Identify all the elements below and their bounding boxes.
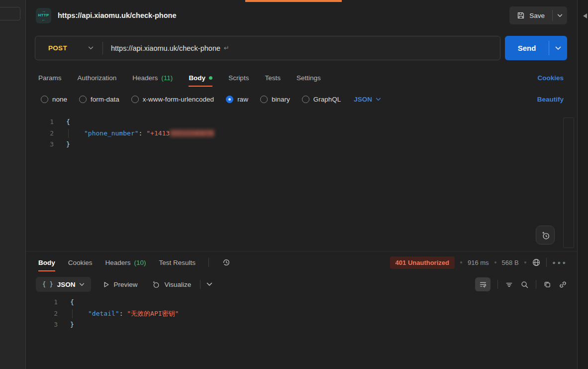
response-body-viewer[interactable]: 1 { 2 "detail": "无效的API密钥" 3 } [26,297,564,331]
toolbar-collapse-button[interactable] [206,282,212,286]
send-button[interactable]: Send [505,36,549,60]
link-button[interactable] [559,280,567,289]
wrap-text-button[interactable] [475,277,490,291]
send-options-button[interactable] [549,36,567,60]
code-line: 2 "detail": "无效的API密钥" [26,308,564,320]
method-selector[interactable]: POST [48,44,67,52]
chevron-down-icon [557,14,563,17]
separator-dot [460,261,462,263]
url-input[interactable]: https://api.xiaomu.uk/check-phone [111,44,220,52]
response-toolbar: { } JSON Preview Visualize [36,276,567,292]
chevron-down-icon [555,46,561,50]
response-tab-cookies[interactable]: Cookies [68,253,93,271]
wrap-text-icon [479,280,487,288]
radio-raw[interactable]: raw [226,96,248,103]
tab-label: Headers [132,74,158,82]
response-tab-test-results[interactable]: Test Results [159,253,196,271]
history-icon [222,258,231,267]
divider [102,42,103,55]
response-time: 916 ms [468,259,489,266]
save-label: Save [529,12,545,19]
sidebar-collapsed-item[interactable] [0,7,20,20]
colon: : [139,129,147,137]
request-body-editor[interactable]: 1 { 2 "phone_number": "+141355512345678 … [26,117,564,150]
tab-scripts[interactable]: Scripts [228,69,249,87]
format-label: JSON [57,281,76,288]
collapse-panel-icon[interactable] [583,13,587,18]
separator-dot [494,261,496,263]
network-info-button[interactable] [532,258,541,267]
open-brace: { [70,298,74,306]
headers-count-badge: (10) [134,259,146,266]
postbot-button[interactable] [536,226,555,245]
divider [200,280,200,289]
tab-label: Scripts [228,74,249,82]
divider [26,251,577,251]
tab-label: Params [38,74,62,82]
tab-label: Settings [296,74,321,82]
code-line: 3 } [26,139,564,150]
radio-icon [131,96,139,103]
method-dropdown-button[interactable] [88,46,94,50]
tab-label: Authorization [78,74,117,82]
close-brace: } [70,321,74,328]
filter-button[interactable] [505,280,513,289]
search-button[interactable] [520,280,529,289]
code-line: 1 { [26,297,564,308]
json-value-visible: "+1413 [146,129,170,137]
save-options-button[interactable] [553,6,567,24]
tab-authorization[interactable]: Authorization [78,69,117,87]
tab-body[interactable]: Body [189,69,212,87]
copy-icon [543,280,552,289]
status-badge: 401 Unauthorized [390,256,455,269]
filter-icon [505,280,513,289]
chevron-down-icon [376,98,381,101]
line-number: 1 [26,117,54,128]
close-brace: } [66,140,70,148]
separator-dot [524,261,526,263]
line-number: 1 [26,297,58,308]
left-sidebar[interactable] [0,0,26,369]
radio-label: none [52,96,67,103]
colon: : [119,310,127,317]
tab-label: Body [189,74,205,82]
response-size: 568 B [502,259,519,266]
response-history-button[interactable] [222,258,231,267]
preview-button[interactable]: Preview [103,281,137,288]
cookies-link[interactable]: Cookies [537,74,564,82]
radio-x-www-form-urlencoded[interactable]: x-www-form-urlencoded [131,96,214,103]
tab-headers[interactable]: Headers(11) [132,69,173,87]
response-format-selector[interactable]: { } JSON [36,277,91,292]
response-status-group: 401 Unauthorized 916 ms 568 B ∘∘∘ [390,256,567,269]
divider [536,280,536,289]
line-number: 2 [26,308,58,320]
response-tab-headers[interactable]: Headers(10) [105,253,146,271]
radio-form-data[interactable]: form-data [79,96,119,103]
language-selector[interactable]: JSON [354,96,381,103]
url-bar: POST https://api.xiaomu.uk/check-phone ↵ [35,36,500,60]
radio-binary[interactable]: binary [260,96,290,103]
tab-tests[interactable]: Tests [265,69,281,87]
tab-settings[interactable]: Settings [296,69,321,87]
radio-icon [302,96,309,103]
beautify-link[interactable]: Beautify [537,96,564,103]
radio-graphql[interactable]: GraphQL [302,96,341,103]
code-line: 1 { [26,117,564,128]
language-label: JSON [354,96,372,103]
radio-label: raw [237,96,248,103]
copy-button[interactable] [543,280,552,289]
response-tab-body[interactable]: Body [38,253,55,271]
radio-icon [79,96,87,103]
line-number: 3 [26,139,54,150]
tab-params[interactable]: Params [38,69,62,87]
indent-guide [68,129,69,138]
visualize-button[interactable]: Visualize [151,280,191,289]
radio-none[interactable]: none [41,96,67,103]
play-icon [103,281,109,288]
radio-icon [260,96,268,103]
more-options-icon[interactable]: ∘∘∘ [552,259,567,266]
request-header-row: → HTTP ← https://api.xiaomu.uk/check-pho… [26,0,577,31]
save-button[interactable]: Save [509,6,552,24]
editor-scrollbar[interactable] [563,118,574,248]
json-value: "无效的API密钥" [127,310,179,317]
